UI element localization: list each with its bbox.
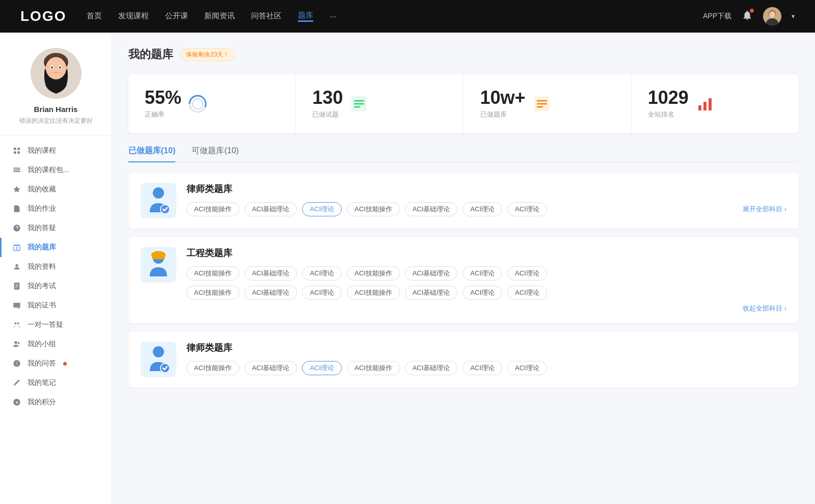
tag-1-2[interactable]: ACI理论 <box>302 202 342 216</box>
tag-2-0[interactable]: ACI技能操作 <box>186 266 239 281</box>
tag-2-6[interactable]: ACI理论 <box>507 266 547 281</box>
sidebar: Brian Harris 错误的决定比没有决定要好 我的课程 我的课程包... <box>0 33 112 504</box>
nav-open-course[interactable]: 公开课 <box>165 11 188 22</box>
sidebar-item-my-questions[interactable]: 我的问答 <box>0 354 112 373</box>
stat-done-questions-value: 130 <box>312 89 343 107</box>
tag-3-6[interactable]: ACI理论 <box>507 361 547 375</box>
svg-point-46 <box>193 99 203 109</box>
tag-2-3[interactable]: ACI技能操作 <box>347 266 400 281</box>
sidebar-item-exam[interactable]: 我的考试 <box>0 276 112 296</box>
tag-2b-5[interactable]: ACI理论 <box>463 286 502 300</box>
stat-ranking-value: 1029 <box>648 89 689 107</box>
stat-done-banks-value: 10w+ <box>480 89 526 107</box>
tag-3-4[interactable]: ACI基础理论 <box>405 361 458 375</box>
sidebar-item-favorites[interactable]: 我的收藏 <box>0 180 112 199</box>
user-avatar-nav[interactable] <box>763 7 781 25</box>
sidebar-label-my-qa: 我的答疑 <box>28 223 56 233</box>
svg-point-58 <box>153 187 164 199</box>
tags-row-2a: ACI技能操作 ACI基础理论 ACI理论 ACI技能操作 ACI基础理论 AC… <box>186 266 786 281</box>
nav-home[interactable]: 首页 <box>87 11 102 22</box>
svg-rect-56 <box>703 102 707 110</box>
tag-1-0[interactable]: ACI技能操作 <box>186 202 239 216</box>
svg-rect-14 <box>14 148 16 150</box>
bank-card-3-header: 律师类题库 ACI技能操作 ACI基础理论 ACI理论 ACI技能操作 ACI基… <box>141 342 786 377</box>
sidebar-item-homework[interactable]: 我的作业 <box>0 199 112 218</box>
stat-accuracy-label: 正确率 <box>145 110 181 119</box>
tag-2b-3[interactable]: ACI技能操作 <box>347 286 400 300</box>
bank-name-2: 工程类题库 <box>186 247 786 259</box>
svg-point-11 <box>59 67 61 69</box>
sidebar-item-my-qa[interactable]: 我的答疑 <box>0 218 112 238</box>
bank-info-1: 律师类题库 ACI技能操作 ACI基础理论 ACI理论 ACI技能操作 ACI基… <box>186 183 786 216</box>
bank-card-2-header: 工程类题库 ACI技能操作 ACI基础理论 ACI理论 ACI技能操作 ACI基… <box>141 247 786 313</box>
tag-2-5[interactable]: ACI理论 <box>463 266 502 281</box>
sidebar-label-group: 我的小组 <box>28 340 56 349</box>
user-avatar <box>31 48 82 99</box>
bank-icon <box>12 243 21 252</box>
tab-done-banks[interactable]: 已做题库(10) <box>128 146 175 161</box>
sidebar-label-course-pack: 我的课程包... <box>28 165 69 175</box>
tag-3-3[interactable]: ACI技能操作 <box>347 361 400 375</box>
sidebar-label-profile: 我的资料 <box>28 262 56 271</box>
profile-section: Brian Harris 错误的决定比没有决定要好 <box>0 48 112 136</box>
pie-chart-icon <box>188 95 207 113</box>
tag-3-0[interactable]: ACI技能操作 <box>186 361 239 375</box>
tag-2-1[interactable]: ACI基础理论 <box>244 266 297 281</box>
app-download-button[interactable]: APP下载 <box>703 12 731 21</box>
tag-2b-6[interactable]: ACI理论 <box>507 286 547 300</box>
collapse-link-2[interactable]: 收起全部科目 › <box>186 304 786 313</box>
svg-rect-17 <box>17 151 20 154</box>
svg-rect-23 <box>13 245 20 246</box>
tag-2b-1[interactable]: ACI基础理论 <box>244 286 297 300</box>
oneone-icon <box>12 320 21 329</box>
sidebar-label-my-questions: 我的问答 <box>28 359 56 368</box>
bar-red-icon <box>696 95 714 113</box>
tag-3-1[interactable]: ACI基础理论 <box>244 361 297 375</box>
tag-3-2[interactable]: ACI理论 <box>302 361 342 375</box>
sidebar-item-notes[interactable]: 我的笔记 <box>0 373 112 393</box>
bank-card-3: 律师类题库 ACI技能操作 ACI基础理论 ACI理论 ACI技能操作 ACI基… <box>128 331 799 387</box>
user-dropdown-arrow[interactable]: ▾ <box>792 13 795 20</box>
sidebar-item-points[interactable]: ★ 我的积分 <box>0 393 112 412</box>
nav-discover[interactable]: 发现课程 <box>118 11 149 22</box>
tag-3-5[interactable]: ACI理论 <box>463 361 502 375</box>
tag-2b-4[interactable]: ACI基础理论 <box>405 286 458 300</box>
nav-question-bank[interactable]: 题库 <box>298 11 313 22</box>
expand-link-1[interactable]: 展开全部科目 › <box>743 205 786 214</box>
svg-point-38 <box>17 342 19 344</box>
sidebar-item-group[interactable]: 我的小组 <box>0 334 112 354</box>
tab-available-banks[interactable]: 可做题库(10) <box>192 146 238 161</box>
tag-2-2[interactable]: ACI理论 <box>302 266 342 281</box>
nav-more[interactable]: ··· <box>330 12 336 21</box>
accuracy-icon <box>188 95 207 113</box>
svg-rect-57 <box>709 98 712 110</box>
main-content: 我的题库 体验剩余23天！ 55% 正确率 <box>112 33 815 504</box>
sidebar-item-question-bank[interactable]: 我的题库 <box>0 238 112 257</box>
logo[interactable]: LOGO <box>20 8 66 24</box>
bank-icon-engineer <box>141 247 176 283</box>
tags-row-1: ACI技能操作 ACI基础理论 ACI理论 ACI技能操作 ACI基础理论 AC… <box>186 202 786 216</box>
tag-2b-0[interactable]: ACI技能操作 <box>186 286 239 300</box>
notification-bell[interactable] <box>742 10 753 23</box>
svg-point-3 <box>769 11 775 18</box>
tag-2b-2[interactable]: ACI理论 <box>302 286 342 300</box>
sidebar-item-courses[interactable]: 我的课程 <box>0 141 112 160</box>
nav-qa-community[interactable]: 问答社区 <box>251 11 282 22</box>
sidebar-item-course-pack[interactable]: 我的课程包... <box>0 160 112 180</box>
tag-1-1[interactable]: ACI基础理论 <box>244 202 297 216</box>
sidebar-item-profile[interactable]: 我的资料 <box>0 257 112 276</box>
tag-1-3[interactable]: ACI技能操作 <box>347 202 400 216</box>
sidebar-item-one-on-one[interactable]: 一对一答疑 <box>0 315 112 334</box>
tag-2-4[interactable]: ACI基础理论 <box>405 266 458 281</box>
profile-name: Brian Harris <box>34 105 78 114</box>
myqa-icon <box>12 359 21 368</box>
sidebar-item-certificate[interactable]: 我的证书 <box>0 296 112 315</box>
tag-1-6[interactable]: ACI理论 <box>507 202 547 216</box>
tag-1-5[interactable]: ACI理论 <box>463 202 502 216</box>
svg-rect-18 <box>13 167 20 169</box>
stat-ranking-label: 全站排名 <box>648 110 689 119</box>
svg-rect-24 <box>13 246 14 250</box>
stats-row: 55% 正确率 130 已做试题 <box>128 74 799 133</box>
tag-1-4[interactable]: ACI基础理论 <box>405 202 458 216</box>
nav-news[interactable]: 新闻资讯 <box>204 11 235 22</box>
